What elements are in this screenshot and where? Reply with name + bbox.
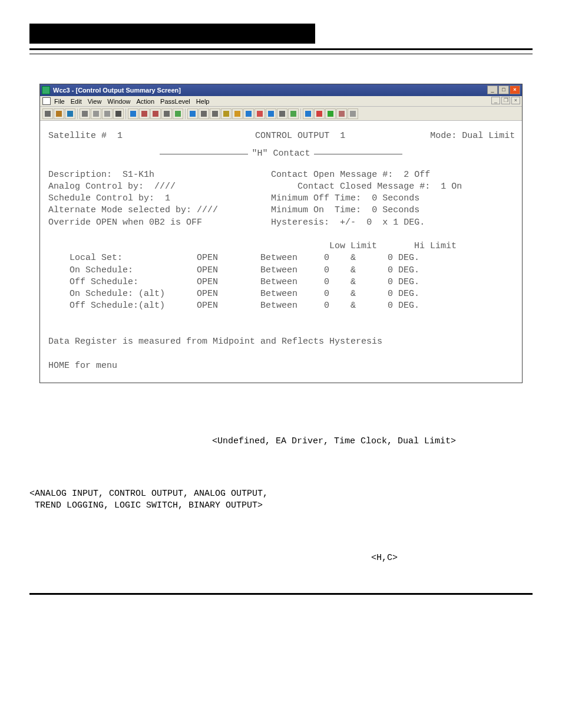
low-limit-hdr: Low Limit: [329, 241, 377, 251]
host-icon[interactable]: [199, 108, 209, 119]
tree-icon[interactable]: [210, 108, 220, 119]
min-on-label: Minimum On Time:: [271, 205, 361, 215]
t1-icon[interactable]: [173, 108, 183, 119]
desc-label: Description:: [48, 170, 112, 180]
doc-icon[interactable]: [288, 108, 299, 119]
hyst-label: Hysteresis: +/-: [271, 218, 356, 228]
menu-bar: File Edit View Window Action PassLevel H…: [40, 96, 522, 107]
copy-icon[interactable]: [91, 108, 101, 119]
app-window: Wcc3 - [Control Output Summary Screen] _…: [39, 84, 523, 383]
sat-no: 1: [117, 131, 123, 141]
filter-icon[interactable]: [187, 108, 198, 119]
co-no: 1: [340, 131, 345, 141]
new-icon[interactable]: [42, 108, 53, 119]
stop-icon[interactable]: [314, 108, 325, 119]
hyst-value: 0 x 1 DEG.: [366, 218, 425, 228]
window-controls: _ □ ×: [487, 85, 520, 94]
menu-action[interactable]: Action: [136, 98, 154, 105]
cut-icon[interactable]: [80, 108, 90, 119]
titlebar: Wcc3 - [Control Output Summary Screen] _…: [40, 84, 522, 96]
min-off-value: 0 Seconds: [372, 193, 419, 203]
modes-hint: <Undefined, EA Driver, Time Clock, Dual …: [29, 436, 533, 447]
svg-rect-12: [190, 111, 196, 117]
header-black-bar: [29, 24, 315, 44]
open-msg-no: 2: [404, 170, 409, 180]
alt-label: Alternate Mode selected by:: [48, 205, 191, 215]
wand-icon[interactable]: [243, 108, 254, 119]
svg-rect-0: [45, 111, 51, 117]
svg-rect-20: [279, 111, 285, 117]
rule-thick-bottom: [29, 593, 533, 595]
svg-rect-21: [290, 111, 296, 117]
svg-rect-17: [246, 111, 252, 117]
play-icon[interactable]: [325, 108, 336, 119]
min-off-label: Minimum Off Time:: [271, 193, 361, 203]
document-icon: [42, 97, 51, 105]
menu-help[interactable]: Help: [196, 98, 210, 105]
menu-passlevel[interactable]: PassLevel: [160, 98, 190, 105]
svg-rect-5: [104, 111, 110, 117]
grid-icon[interactable]: [277, 108, 287, 119]
alt-value: ////: [197, 205, 218, 215]
rule-thin-top: [29, 54, 533, 54]
footer-line: HOME for menu: [48, 361, 117, 371]
info-icon[interactable]: [303, 108, 313, 119]
menu-file[interactable]: File: [54, 98, 65, 105]
help-icon[interactable]: [128, 108, 138, 119]
closed-msg-label: Contact Closed Message #:: [297, 182, 430, 192]
points-hint: <ANALOG INPUT, CONTROL OUTPUT, ANALOG OU…: [29, 488, 533, 511]
gear-icon[interactable]: [254, 108, 265, 119]
hi-limit-hdr: Hi Limit: [414, 241, 457, 251]
print-icon[interactable]: [113, 108, 124, 119]
svg-rect-14: [212, 111, 218, 117]
svg-rect-1: [56, 111, 62, 117]
close-button[interactable]: ×: [510, 85, 520, 94]
star-icon[interactable]: [232, 108, 243, 119]
svg-rect-26: [350, 111, 356, 117]
analog-label: Analog Control by:: [48, 182, 144, 192]
hourglass-icon[interactable]: [221, 108, 232, 119]
paste-icon[interactable]: [102, 108, 113, 119]
below-text-area: <Undefined, EA Driver, Time Clock, Dual …: [29, 424, 533, 575]
client-area: Satellite # 1 CONTROL OUTPUT 1 Mode: Dua…: [40, 121, 522, 383]
book-icon[interactable]: [139, 108, 150, 119]
menu-window[interactable]: Window: [107, 98, 130, 105]
svg-rect-6: [115, 111, 121, 117]
svg-rect-25: [339, 111, 345, 117]
svg-rect-3: [82, 111, 88, 117]
menu-view[interactable]: View: [88, 98, 102, 105]
svg-rect-4: [93, 111, 99, 117]
closed-msg-text: On: [451, 182, 462, 192]
svg-rect-7: [130, 111, 136, 117]
person-icon[interactable]: [336, 108, 347, 119]
mdi-minimize[interactable]: _: [491, 97, 500, 104]
svg-rect-9: [153, 111, 158, 117]
sched-value: 1: [165, 193, 170, 203]
open-msg-label: Contact Open Message #:: [271, 170, 393, 180]
tool-icon[interactable]: [348, 108, 358, 119]
closed-msg-no: 1: [441, 182, 446, 192]
book2-icon[interactable]: [150, 108, 161, 119]
svg-rect-8: [141, 111, 147, 117]
menu-edit[interactable]: Edit: [71, 98, 82, 105]
app-icon: [42, 86, 50, 94]
minimize-button[interactable]: _: [487, 85, 498, 94]
svg-rect-22: [305, 111, 311, 117]
svg-rect-24: [328, 111, 333, 117]
rule-thick-top: [29, 48, 533, 50]
find-icon[interactable]: [161, 108, 172, 119]
open-icon[interactable]: [54, 108, 64, 119]
window-title: Wcc3 - [Control Output Summary Screen]: [53, 87, 181, 94]
open-msg-text: Off: [414, 170, 430, 180]
override-line: Override OPEN when 0B2 is OFF: [48, 218, 202, 228]
svg-rect-11: [175, 111, 181, 117]
maximize-button[interactable]: □: [498, 85, 509, 94]
mode-label: Mode:: [430, 131, 457, 141]
svg-rect-23: [316, 111, 322, 117]
link-icon[interactable]: [266, 108, 276, 119]
mdi-restore[interactable]: ❐: [501, 97, 510, 104]
mdi-close[interactable]: ×: [511, 97, 520, 104]
note-line: Data Register is measured from Midpoint …: [48, 337, 382, 347]
save-icon[interactable]: [65, 108, 75, 119]
mdi-controls: _ ❐ ×: [491, 97, 520, 104]
